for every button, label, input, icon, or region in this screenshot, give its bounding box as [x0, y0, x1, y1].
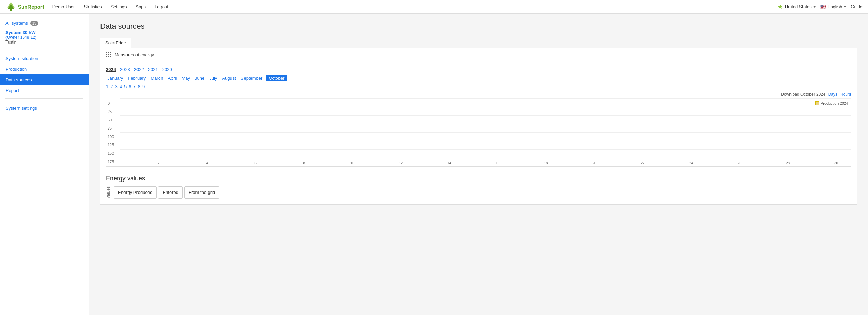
y-label-100: 100: [108, 135, 119, 139]
tab-solaredge[interactable]: SolarEdge: [100, 38, 131, 48]
sidebar: All systems 13 System 30 kW (Owner 1548 …: [0, 14, 89, 315]
y-label-175: 175: [108, 160, 119, 164]
nav-statistics[interactable]: Statistics: [82, 4, 103, 9]
top-nav-links: Demo User Statistics Settings Apps Logou…: [51, 4, 777, 9]
tab-bar: SolarEdge: [100, 38, 857, 48]
btn-from-the-grid[interactable]: From the grid: [184, 186, 219, 199]
card-header-label: Measures of energy: [115, 52, 154, 57]
btn-energy-produced[interactable]: Energy Produced: [114, 186, 157, 199]
x-label-29: [800, 158, 824, 166]
year-2022[interactable]: 2022: [134, 67, 144, 72]
month-september[interactable]: September: [239, 75, 264, 81]
day-3[interactable]: 3: [115, 84, 117, 89]
day-9[interactable]: 9: [142, 84, 145, 89]
month-january[interactable]: January: [106, 75, 124, 81]
day-1[interactable]: 1: [106, 84, 108, 89]
x-label-27: [752, 158, 776, 166]
download-hours-link[interactable]: Hours: [840, 92, 851, 97]
year-2023[interactable]: 2023: [120, 67, 130, 72]
main-layout: All systems 13 System 30 kW (Owner 1548 …: [0, 14, 868, 315]
sidebar-item-system-settings[interactable]: System settings: [0, 103, 89, 114]
all-systems-badge: 13: [30, 21, 38, 26]
month-february[interactable]: February: [127, 75, 147, 81]
grid-icon: [106, 52, 112, 58]
x-label-1: [123, 158, 146, 166]
day-4[interactable]: 4: [120, 84, 122, 89]
measures-card: Measures of energy 2024 2023 2022 2021 2…: [100, 48, 857, 205]
x-label-30: 30: [824, 158, 848, 166]
x-label-23: [655, 158, 679, 166]
y-axis: 175 150 125 100 75 50 25 0: [106, 98, 120, 166]
month-march[interactable]: March: [149, 75, 164, 81]
nav-apps[interactable]: Apps: [134, 4, 147, 9]
country-select[interactable]: United States ▼: [777, 4, 816, 9]
download-days-link[interactable]: Days: [828, 92, 837, 97]
x-label-20: 20: [583, 158, 606, 166]
month-august[interactable]: August: [221, 75, 237, 81]
year-2021[interactable]: 2021: [148, 67, 158, 72]
energy-values-section: Energy values Values Energy Produced Ent…: [106, 175, 851, 199]
logo[interactable]: SunReport: [5, 1, 44, 12]
x-label-15: [462, 158, 485, 166]
day-8[interactable]: 8: [138, 84, 140, 89]
y-label-75: 75: [108, 126, 119, 130]
values-layout: Values Energy Produced Entered From the …: [106, 186, 851, 199]
x-label-24: 24: [679, 158, 703, 166]
x-label-18: 18: [534, 158, 558, 166]
nav-settings[interactable]: Settings: [109, 4, 128, 9]
y-label-150: 150: [108, 151, 119, 155]
logo-icon: [5, 1, 16, 12]
year-2024[interactable]: 2024: [106, 67, 116, 72]
country-label: United States: [785, 4, 812, 9]
month-may[interactable]: May: [180, 75, 191, 81]
month-june[interactable]: June: [193, 75, 206, 81]
language-select[interactable]: 🇺🇸 English ▼: [820, 4, 847, 10]
chart-header-row: Download October 2024 Days Hours: [106, 91, 851, 98]
top-nav-right: United States ▼ 🇺🇸 English ▼ Guide: [777, 4, 863, 10]
guide-link[interactable]: Guide: [851, 4, 863, 9]
page-title: Data sources: [100, 22, 857, 31]
nav-demo-user[interactable]: Demo User: [51, 4, 76, 9]
sidebar-item-report[interactable]: Report: [0, 85, 89, 96]
day-6[interactable]: 6: [129, 84, 131, 89]
x-label-21: [607, 158, 630, 166]
svg-rect-2: [10, 8, 12, 11]
year-2020[interactable]: 2020: [162, 67, 172, 72]
sidebar-item-system-situation[interactable]: System situation: [0, 53, 89, 64]
day-2[interactable]: 2: [110, 84, 113, 89]
x-label-5: [219, 158, 243, 166]
y-label-25: 25: [108, 109, 119, 114]
sidebar-divider-2: [5, 98, 83, 99]
day-7[interactable]: 7: [133, 84, 135, 89]
x-label-25: [704, 158, 727, 166]
x-label-19: [558, 158, 582, 166]
bar-chart: 175 150 125 100 75 50 25 0 P: [106, 98, 851, 167]
sidebar-item-data-sources[interactable]: Data sources: [0, 74, 89, 85]
top-nav: SunReport Demo User Statistics Settings …: [0, 0, 868, 14]
sidebar-divider-1: [5, 50, 83, 50]
language-label: English: [828, 4, 842, 9]
x-label-12: 12: [389, 158, 413, 166]
x-label-4: 4: [195, 158, 219, 166]
x-label-11: [365, 158, 389, 166]
year-row: 2024 2023 2022 2021 2020: [106, 67, 851, 72]
sidebar-all-systems[interactable]: All systems 13: [0, 19, 89, 27]
btn-entered[interactable]: Entered: [158, 186, 183, 199]
logo-text: SunReport: [18, 4, 44, 10]
month-october[interactable]: October: [266, 75, 287, 81]
system-location: Tustin: [5, 40, 83, 45]
y-label-50: 50: [108, 118, 119, 122]
system-info: System 30 kW (Owner 1548 12) Tustin: [0, 28, 89, 47]
y-label-125: 125: [108, 143, 119, 147]
x-label-6: 6: [244, 158, 267, 166]
sidebar-item-production[interactable]: Production: [0, 64, 89, 74]
system-name[interactable]: System 30 kW: [5, 30, 83, 35]
day-5[interactable]: 5: [124, 84, 127, 89]
month-july[interactable]: July: [208, 75, 218, 81]
month-april[interactable]: April: [166, 75, 178, 81]
x-label-13: [413, 158, 437, 166]
nav-logout[interactable]: Logout: [153, 4, 170, 9]
x-label-28: 28: [776, 158, 800, 166]
x-label-3: [171, 158, 195, 166]
card-body: 2024 2023 2022 2021 2020 January Februar…: [100, 61, 857, 204]
